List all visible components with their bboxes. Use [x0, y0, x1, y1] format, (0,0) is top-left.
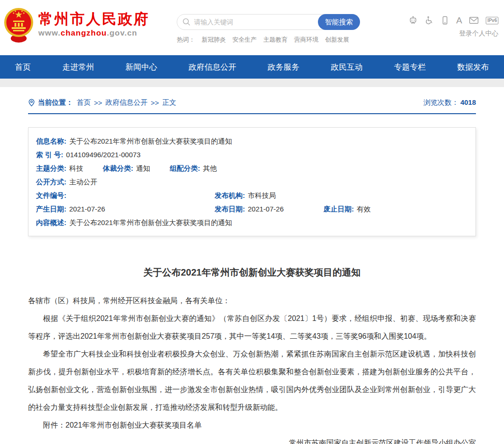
search-area: 智能搜索 热词： 新冠肺炎 安全生产 主题教育 营商环境 创新发展 — [177, 14, 360, 44]
nav-item-data-release[interactable]: 数据发布 — [457, 62, 489, 73]
search-icon — [182, 18, 191, 28]
meta-row-index: 索 引 号: 014109496/2021-00073 — [36, 148, 468, 161]
login-personal-center-link[interactable]: 登录个人中心 — [409, 29, 498, 38]
breadcrumb-link-current: 正文 — [162, 98, 176, 107]
breadcrumb-separator: >> — [94, 99, 102, 107]
hotword-link[interactable]: 营商环境 — [294, 36, 318, 44]
meta-row-dates: 产生日期:2021-07-26 发布日期:2021-07-26 废止日期:有效 — [36, 202, 468, 216]
national-emblem-icon — [4, 5, 34, 44]
breadcrumb-label: 当前位置： — [38, 98, 73, 107]
breadcrumb-link-home[interactable]: 首页 — [77, 98, 91, 107]
article-paragraph: 附件：2021年常州市创新创业大赛获奖项目名单 — [28, 416, 476, 434]
meta-row-publicity: 公开方式: 主动公开 — [36, 175, 468, 189]
mail-icon[interactable] — [469, 16, 479, 24]
url-suffix: .gov.cn — [107, 29, 137, 37]
meta-value: 其他 — [203, 161, 217, 175]
breadcrumb-separator: >> — [151, 99, 159, 107]
meta-value: 市科技局 — [248, 189, 276, 202]
hotword-link[interactable]: 安全生产 — [232, 36, 257, 44]
breadcrumb-link-gov-info[interactable]: 政府信息公开 — [106, 98, 148, 107]
meta-label: 内容概述: — [36, 216, 66, 229]
article-paragraph: 希望全市广大科技企业和科技创业者积极投身大众创业、万众创新热潮，紧紧抓住苏南国家… — [28, 345, 476, 416]
meta-value: 通知 — [136, 161, 150, 175]
view-counter-label: 浏览次数： — [424, 98, 459, 106]
article-signature: 常州市苏南国家自主创新示范区建设工作领导小组办公室 — [28, 434, 476, 444]
article-title: 关于公布2021年常州市创新创业大赛获奖项目的通知 — [28, 266, 476, 279]
nav-item-special-topics[interactable]: 专题专栏 — [394, 62, 426, 73]
meta-row-name: 信息名称: 关于公布2021年常州市创新创业大赛获奖项目的通知 — [36, 134, 468, 148]
nav-item-news-center[interactable]: 新闻中心 — [125, 62, 157, 73]
nav-item-home[interactable]: 首页 — [15, 62, 31, 73]
article-body: 各辖市（区）科技局，常州经开区科技金融局，各有关单位： 根据《关于组织2021年… — [28, 292, 476, 444]
site-title: 常州市人民政府 — [38, 11, 150, 28]
nav-item-gov-services[interactable]: 政务服务 — [268, 62, 300, 73]
view-counter: 浏览次数：4018 — [424, 98, 476, 107]
view-count-value: 4018 — [461, 98, 476, 106]
location-pin-icon — [28, 99, 35, 107]
ipv6-icon[interactable]: IPv6 — [486, 17, 498, 24]
meta-label: 文件编号: — [36, 189, 66, 202]
service-robot-icon[interactable] — [409, 16, 418, 25]
hotword-link[interactable]: 创新发展 — [325, 36, 349, 44]
meta-label: 体裁分类: — [103, 161, 133, 175]
meta-label: 发布日期: — [215, 202, 245, 216]
hotword-link[interactable]: 新冠肺炎 — [202, 36, 226, 44]
meta-value: 2021-07-26 — [248, 202, 284, 216]
meta-label: 发布机构: — [215, 189, 245, 202]
meta-label: 废止日期: — [324, 202, 354, 216]
url-prefix: www. — [38, 29, 61, 37]
meta-label: 组配分类: — [170, 161, 200, 175]
nav-item-about-changzhou[interactable]: 走进常州 — [62, 62, 94, 73]
article-paragraph: 各辖市（区）科技局，常州经开区科技金融局，各有关单位： — [28, 292, 476, 310]
meta-value: 关于公布2021年常州市创新创业大赛获奖项目的通知 — [69, 134, 232, 148]
url-main: changzhou — [61, 29, 107, 37]
article: 关于公布2021年常州市创新创业大赛获奖项目的通知 各辖市（区）科技局，常州经开… — [28, 266, 476, 444]
smart-search-button[interactable]: 智能搜索 — [318, 14, 360, 30]
font-size-icon[interactable]: A — [456, 16, 462, 25]
meta-value: 科技 — [69, 161, 83, 175]
hotwords-bar: 热词： 新冠肺炎 安全生产 主题教育 营商环境 创新发展 — [177, 36, 360, 44]
nav-item-gov-info-disclosure[interactable]: 政府信息公开 — [188, 62, 236, 73]
document-metadata-box: 信息名称: 关于公布2021年常州市创新创业大赛获奖项目的通知 索 引 号: 0… — [28, 127, 476, 236]
mobile-icon[interactable] — [440, 16, 449, 25]
meta-row-summary: 内容概述: 关于公布2021年常州市创新创业大赛获奖项目的通知 — [36, 216, 468, 229]
meta-value: 关于公布2021年常州市创新创业大赛获奖项目的通知 — [69, 216, 232, 229]
meta-value: 有效 — [357, 202, 371, 216]
meta-label: 公开方式: — [36, 175, 66, 189]
site-url: www.changzhou.gov.cn — [38, 29, 150, 38]
nav-item-public-interaction[interactable]: 政民互动 — [331, 62, 363, 73]
quick-links: A IPv6 登录个人中心 — [409, 16, 498, 38]
hotword-link[interactable]: 主题教育 — [263, 36, 288, 44]
meta-label: 索 引 号: — [36, 148, 63, 161]
content-area: 当前位置： 首页 >> 政府信息公开 >> 正文 浏览次数：4018 信息名称:… — [28, 98, 476, 444]
meta-value: 2021-07-26 — [69, 202, 105, 216]
meta-label: 产生日期: — [36, 202, 66, 216]
meta-label: 主题分类: — [36, 161, 66, 175]
article-paragraph: 根据《关于组织2021年常州市创新创业大赛的通知》（常苏自创区办发〔2021〕1… — [28, 310, 476, 345]
accessibility-icon[interactable] — [425, 16, 433, 25]
divider-strip — [0, 79, 504, 87]
meta-label: 信息名称: — [36, 134, 66, 148]
meta-value: 主动公开 — [69, 175, 97, 189]
meta-row-docno-agency: 文件编号: 发布机构:市科技局 — [36, 189, 468, 202]
hotwords-label: 热词： — [177, 36, 195, 44]
main-nav: 首页 走进常州 新闻中心 政府信息公开 政务服务 政民互动 专题专栏 数据发布 — [0, 55, 504, 79]
site-header: 常州市人民政府 www.changzhou.gov.cn 智能搜索 热词： 新冠… — [0, 0, 504, 55]
meta-value: 014109496/2021-00073 — [66, 148, 140, 161]
meta-row-classes: 主题分类:科技 体裁分类:通知 组配分类:其他 — [36, 161, 468, 175]
breadcrumb: 当前位置： 首页 >> 政府信息公开 >> 正文 浏览次数：4018 — [28, 98, 476, 114]
site-logo[interactable]: 常州市人民政府 www.changzhou.gov.cn — [4, 5, 150, 44]
